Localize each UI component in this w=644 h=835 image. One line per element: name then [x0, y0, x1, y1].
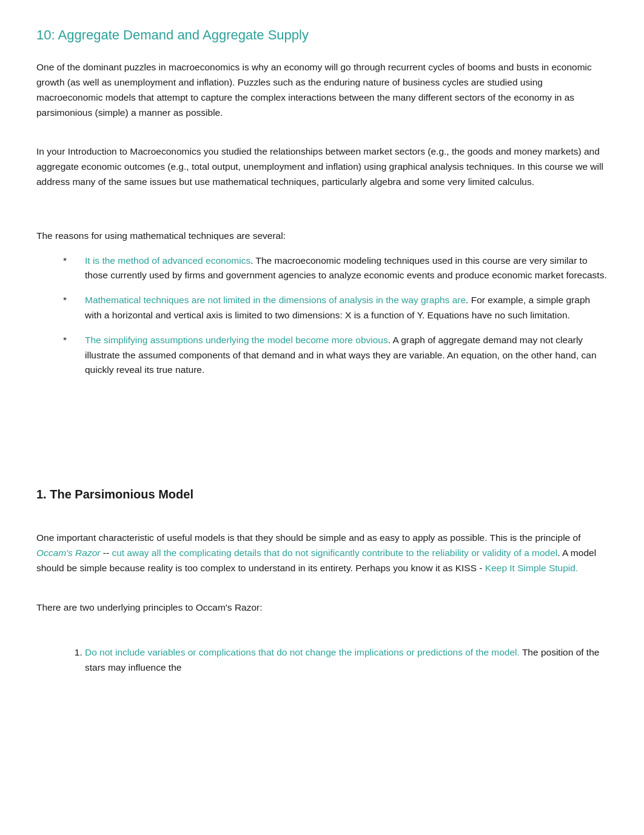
section1-paragraph-1: One important characteristic of useful m…: [36, 531, 608, 575]
mathematical-techniques-link[interactable]: Mathematical techniques are not limited …: [85, 295, 466, 305]
spacer-2: [36, 200, 608, 229]
list-item: Do not include variables or complication…: [85, 645, 608, 676]
spacer-3: [36, 390, 608, 419]
spacer-4: [36, 419, 608, 448]
section-1-title: 1. The Parsimonious Model: [36, 485, 608, 504]
no-variables-link[interactable]: Do not include variables or complication…: [85, 647, 520, 657]
list-item: Mathematical techniques are not limited …: [73, 293, 608, 323]
intro-paragraph-2: In your Introduction to Macroeconomics y…: [36, 144, 608, 189]
bullet-list: It is the method of advanced economics. …: [73, 253, 608, 378]
cut-away-link[interactable]: cut away all the complicating details th…: [112, 548, 557, 558]
spacer-5: [36, 516, 608, 531]
list-item: It is the method of advanced economics. …: [73, 253, 608, 284]
section1-p1-before: One important characteristic of useful m…: [36, 532, 580, 543]
spacer-7: [36, 625, 608, 639]
occams-razor-link[interactable]: Occam's Razor: [36, 548, 100, 558]
kiss-link[interactable]: Keep It Simple Stupid.: [485, 563, 578, 573]
advanced-economics-link[interactable]: It is the method of advanced economics: [85, 255, 250, 266]
section1-paragraph-2: There are two underlying principles to O…: [36, 600, 608, 615]
list-item: The simplifying assumptions underlying t…: [73, 333, 608, 378]
simplifying-assumptions-link[interactable]: The simplifying assumptions underlying t…: [85, 335, 388, 345]
ordered-list: Do not include variables or complication…: [85, 645, 608, 676]
reasons-intro: The reasons for using mathematical techn…: [36, 229, 608, 244]
spacer-6: [36, 586, 608, 600]
spacer-1: [36, 130, 608, 144]
page-title: 10: Aggregate Demand and Aggregate Suppl…: [36, 24, 608, 45]
section1-p1-dash: --: [100, 548, 112, 558]
intro-paragraph-1: One of the dominant puzzles in macroecon…: [36, 60, 608, 120]
